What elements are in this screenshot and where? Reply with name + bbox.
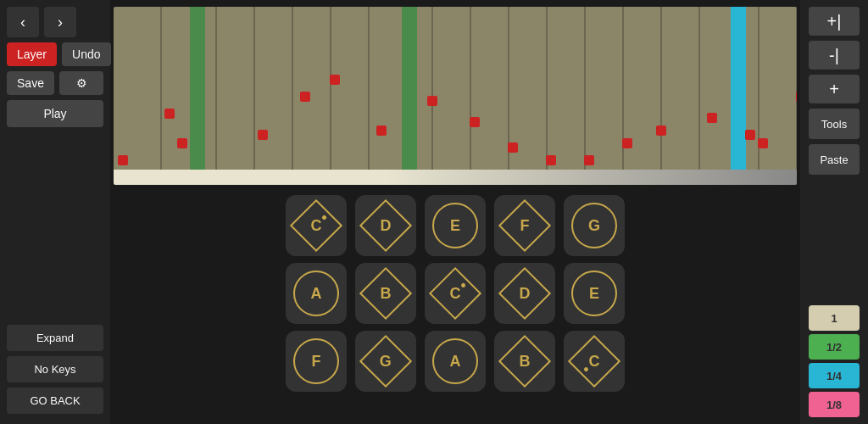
piano-roll[interactable] [114, 7, 797, 185]
key-C5-dot-top [321, 215, 327, 220]
key-C4-dot-top [460, 282, 466, 288]
note-15 [707, 113, 717, 123]
key-G5-label: G [588, 217, 600, 235]
note-16 [745, 130, 755, 140]
key-C5-diamond: C [290, 199, 342, 252]
prev-button[interactable]: ‹ [7, 7, 39, 37]
note-12 [584, 155, 594, 165]
key-C4-label: C [450, 285, 461, 303]
vline-14 [698, 7, 700, 185]
key-C4-diamond: C [429, 267, 481, 320]
add-bar-button[interactable]: +| [809, 7, 860, 36]
green-column-1 [190, 7, 205, 185]
key-D4[interactable]: D [494, 263, 555, 324]
key-F5-diamond: F [498, 199, 551, 252]
undo-button[interactable]: Undo [62, 42, 110, 66]
key-E5-label: E [450, 217, 460, 235]
note-length-half[interactable]: 1/2 [809, 334, 860, 360]
key-E5[interactable]: E [425, 195, 486, 256]
next-button[interactable]: › [44, 7, 76, 37]
note-11 [546, 155, 556, 165]
key-D4-label: D [520, 285, 531, 303]
key-A4-label: A [311, 285, 322, 303]
paste-button[interactable]: Paste [809, 144, 860, 175]
piano-row-1: C D E F G [286, 195, 625, 256]
key-B3-label: B [520, 353, 531, 371]
note-length-1[interactable]: 1 [809, 305, 860, 331]
save-gear-row: Save ⚙ [7, 71, 103, 95]
remove-bar-button[interactable]: -| [809, 41, 860, 70]
note-18 [796, 92, 797, 102]
key-C4[interactable]: C [425, 263, 486, 324]
piano-row-3: F G A B C [286, 331, 625, 392]
key-C5[interactable]: C [286, 195, 347, 256]
key-F4-label: F [312, 353, 321, 371]
key-B3-diamond: B [498, 335, 551, 388]
key-D5-label: D [381, 217, 392, 235]
vline-9 [508, 7, 509, 185]
key-F5[interactable]: F [494, 195, 555, 256]
vline-6 [368, 7, 370, 185]
key-E5-circle: E [432, 203, 478, 248]
note-5 [300, 92, 310, 102]
key-E4[interactable]: E [564, 263, 625, 324]
key-C5-label: C [311, 217, 322, 235]
play-button[interactable]: Play [7, 100, 103, 127]
note-10 [508, 142, 518, 153]
key-D4-diamond: D [498, 267, 551, 320]
key-B3[interactable]: B [494, 331, 555, 392]
key-F4[interactable]: F [286, 331, 347, 392]
note-3 [177, 138, 187, 148]
tools-button[interactable]: Tools [809, 109, 860, 139]
key-A3-circle: A [432, 338, 478, 384]
note-13 [622, 138, 632, 148]
piano-grid: C D E F G A [114, 195, 797, 392]
key-B4[interactable]: B [355, 263, 416, 324]
key-E4-label: E [589, 285, 599, 303]
note-7 [376, 126, 387, 136]
vline-3 [253, 7, 255, 185]
layer-button[interactable]: Layer [7, 42, 57, 66]
key-D5-diamond: D [359, 199, 412, 252]
key-F5-label: F [520, 217, 530, 235]
timeline-bar [114, 170, 797, 185]
expand-button[interactable]: Expand [7, 325, 103, 351]
goback-button[interactable]: GO BACK [7, 388, 103, 414]
layer-undo-row: Layer Undo [7, 42, 103, 66]
note-length-eighth[interactable]: 1/8 [809, 392, 860, 417]
nav-row: ‹ › [7, 7, 103, 37]
vline-4 [292, 7, 293, 185]
key-A3[interactable]: A [425, 331, 486, 392]
vline-2 [215, 7, 217, 185]
key-D5[interactable]: D [355, 195, 416, 256]
note-length-buttons: 1 1/2 1/4 1/8 [809, 305, 860, 417]
vline-1 [160, 7, 162, 185]
key-A4-circle: A [293, 271, 339, 316]
key-C3[interactable]: C [564, 331, 625, 392]
key-C3-diamond: C [568, 335, 620, 388]
note-4 [258, 130, 268, 140]
key-G4-label: G [380, 352, 392, 370]
key-A3-label: A [450, 353, 461, 371]
key-C3-label: C [589, 353, 600, 371]
key-G5[interactable]: G [564, 195, 625, 256]
note-length-quarter[interactable]: 1/4 [809, 363, 860, 388]
note-8 [427, 96, 437, 106]
save-button[interactable]: Save [7, 71, 54, 95]
key-G5-circle: G [571, 203, 617, 248]
key-B4-diamond: B [359, 267, 412, 320]
vline-5 [330, 7, 331, 185]
key-A4[interactable]: A [286, 263, 347, 324]
note-1 [118, 155, 128, 165]
key-G4-diamond: G [359, 335, 412, 388]
add-button[interactable]: + [809, 75, 860, 103]
key-E4-circle: E [571, 271, 617, 316]
vline-13 [660, 7, 662, 185]
gear-button[interactable]: ⚙ [59, 71, 103, 95]
nokeys-button[interactable]: No Keys [7, 356, 103, 382]
piano-roll-canvas [114, 7, 797, 185]
vline-8 [470, 7, 471, 185]
key-G4[interactable]: G [355, 331, 416, 392]
key-B4-label: B [381, 285, 392, 303]
vline-12 [622, 7, 624, 185]
